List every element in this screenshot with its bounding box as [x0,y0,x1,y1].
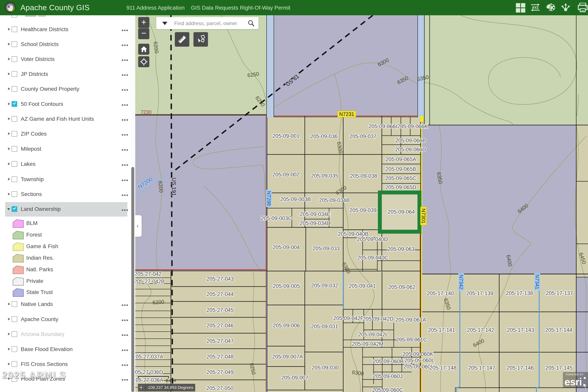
svg-text:205-09-061C: 205-09-061C [396,337,427,342]
svg-text:XYZ: XYZ [532,6,538,10]
svg-text:205-09-060K: 205-09-060K [402,351,433,357]
svg-text:205-09-042F: 205-09-042F [334,315,364,321]
svg-text:205-09-040D: 205-09-040D [357,236,388,242]
svg-text:7230: 7230 [140,109,152,115]
svg-text:205-09-042D: 205-09-042D [362,316,394,322]
svg-text:205-09-031: 205-09-031 [311,324,338,330]
svg-text:N7231: N7231 [339,111,354,117]
svg-text:205-09-034B: 205-09-034B [319,197,350,203]
svg-text:205-09-060C: 205-09-060C [372,387,403,392]
svg-text:205-09-066K: 205-09-066K [397,124,428,129]
svg-text:205-09-060B: 205-09-060B [373,358,404,364]
svg-text:205-09-066G: 205-09-066G [368,124,400,129]
svg-text:205-09-038: 205-09-038 [350,173,377,179]
svg-text:205-09-063: 205-09-063 [388,246,414,252]
svg-text:205-27-045: 205-27-045 [206,307,234,313]
svg-text:205-17-140: 205-17-140 [427,290,454,296]
svg-text:205-09-004: 205-09-004 [273,244,300,250]
svg-text:205-09-007: 205-09-007 [281,375,308,381]
svg-text:205-27-042B: 205-27-042B [135,278,165,284]
svg-text:205-09-065C: 205-09-065C [385,176,416,181]
svg-text:205-27-046: 205-27-046 [206,322,234,328]
svg-text:205-09-001: 205-09-001 [272,133,300,139]
svg-text:205-09-003C: 205-09-003C [261,216,292,221]
svg-text:205-09-034E: 205-09-034E [300,211,330,217]
svg-text:205-09-065B: 205-09-065B [386,166,416,172]
svg-text:N7301: N7301 [420,208,426,224]
svg-text:205-09-039: 205-09-039 [350,207,376,213]
svg-text:205-17-144: 205-17-144 [545,327,572,333]
svg-text:N7298: N7298 [266,191,272,206]
svg-text:205-17-142: 205-17-142 [467,327,494,333]
svg-text:205-09-032: 205-09-032 [311,283,338,288]
svg-text:205-27-042: 205-27-042 [135,271,162,277]
svg-text:205-09-002: 205-09-002 [272,172,300,178]
svg-text:N7342: N7342 [458,274,464,290]
svg-text:205-09-037: 205-09-037 [350,134,376,139]
svg-text:205-17-141: 205-17-141 [428,327,455,333]
svg-text:205-09-007A: 205-09-007A [272,354,303,360]
svg-text:205-09-061A: 205-09-061A [396,317,426,323]
svg-text:205-17-148: 205-17-148 [430,365,456,371]
svg-text:N7341: N7341 [534,274,540,290]
svg-text:205-17-137: 205-17-137 [546,290,573,296]
svg-text:205-09-040B: 205-09-040B [338,231,368,237]
svg-text:205-09-041: 205-09-041 [349,283,376,289]
svg-text:205-17-147: 205-17-147 [468,365,495,371]
svg-text:205-09-040C: 205-09-040C [357,255,388,261]
svg-text:205-27-050: 205-27-050 [206,385,234,391]
svg-text:205-27-043: 205-27-043 [206,276,234,282]
svg-text:205-17-143: 205-17-143 [507,327,534,333]
svg-text:205-09-060J: 205-09-060J [373,374,402,379]
svg-text:205-09-005: 205-09-005 [273,283,300,289]
svg-text:205-17-146: 205-17-146 [507,365,534,371]
svg-text:205-09-066B: 205-09-066B [395,138,426,144]
svg-text:205-09-035: 205-09-035 [311,173,338,179]
svg-text:205-09-042M: 205-09-042M [352,341,384,347]
svg-text:205-09-036: 205-09-036 [310,134,338,139]
svg-text:205-09-003B: 205-09-003B [280,196,311,202]
svg-text:205-27-048: 205-27-048 [206,354,234,360]
svg-text:205-09-006: 205-09-006 [273,322,300,328]
svg-text:205-09-042L: 205-09-042L [358,332,388,338]
svg-text:205-17-145: 205-17-145 [546,365,572,371]
svg-text:205-27-037A: 205-27-037A [135,354,163,360]
svg-text:205-09-065A: 205-09-065A [386,156,416,162]
svg-text:205-09-064: 205-09-064 [388,209,415,215]
svg-text:205-09-065D: 205-09-065D [385,184,416,190]
svg-text:6200: 6200 [157,181,164,193]
svg-text:205-09-033: 205-09-033 [312,246,340,252]
svg-text:205-27-047: 205-27-047 [206,338,234,344]
svg-text:205-09-066D: 205-09-066D [395,146,426,152]
svg-text:205-09-030: 205-09-030 [312,365,339,371]
svg-text:205-09-060L: 205-09-060L [404,358,434,364]
svg-text:205-27-036D: 205-27-036D [135,369,163,375]
svg-text:205-27-044: 205-27-044 [206,291,234,297]
svg-text:205-09-034D: 205-09-034D [300,220,331,226]
svg-text:US 191: US 191 [171,178,177,196]
svg-text:205-27-049: 205-27-049 [206,369,234,375]
svg-text:205-17-138: 205-17-138 [506,290,533,296]
svg-text:205-09-062: 205-09-062 [388,284,415,290]
svg-text:6200: 6200 [152,299,164,306]
svg-text:205-17-139: 205-17-139 [466,290,493,296]
